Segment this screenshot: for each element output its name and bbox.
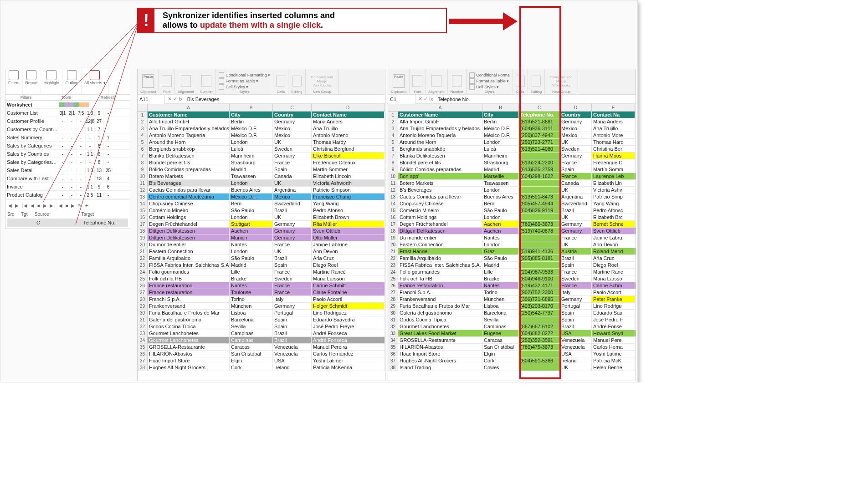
cell[interactable]: Marseille	[482, 173, 519, 179]
cell[interactable]: (613)521-4080	[519, 146, 560, 152]
table-header-cell[interactable]: Country	[560, 112, 592, 118]
cell[interactable]: (905)885-8181	[519, 255, 560, 261]
cell[interactable]: London	[482, 187, 519, 193]
cell[interactable]: Aria Cruz	[592, 255, 635, 261]
cell[interactable]: UK	[273, 139, 312, 145]
row-header[interactable]: 36	[388, 351, 398, 357]
row-header[interactable]: 22	[388, 255, 398, 261]
cell[interactable]: San Cristóbal	[482, 344, 519, 350]
cell[interactable]: Franchi S.p.A.	[148, 296, 230, 302]
style-menu-item[interactable]: Conditional Forma	[476, 73, 510, 77]
cell[interactable]: Germany	[273, 221, 312, 227]
cell[interactable]: Spain	[560, 316, 592, 323]
row-header[interactable]: 9	[388, 166, 398, 173]
col-header-B[interactable]: B	[230, 104, 273, 111]
cell[interactable]: (613)535-2759	[519, 166, 560, 173]
row-header[interactable]: 38	[138, 364, 148, 371]
row-header[interactable]: 13	[388, 193, 398, 200]
cell[interactable]: Galería del gastrónomo	[398, 310, 482, 316]
row-header[interactable]: 31	[138, 316, 148, 323]
cell[interactable]: France restauration	[398, 282, 482, 289]
cell[interactable]: Lino Rodrigu	[592, 303, 635, 309]
style-menu-item[interactable]: Format as Table ▾	[226, 79, 258, 83]
row-header[interactable]: 26	[138, 282, 148, 289]
cell[interactable]	[519, 262, 560, 268]
cell[interactable]: Spain	[560, 310, 592, 316]
cell[interactable]: Barcelona	[482, 310, 519, 316]
cell[interactable]: Frankenversand	[398, 296, 482, 302]
row-header[interactable]: 8	[138, 159, 148, 166]
cell[interactable]: London	[230, 139, 273, 145]
cell[interactable]: Spain	[273, 316, 312, 323]
cell[interactable]: Família Arquibaldo	[148, 255, 230, 261]
cell[interactable]: Laurence Leb	[592, 173, 635, 179]
cell[interactable]: Venezuela	[560, 344, 592, 350]
cell[interactable]: (250)723-2771	[519, 139, 560, 145]
row-header[interactable]: 19	[388, 234, 398, 241]
cell[interactable]: Alfa Import GmbH	[398, 118, 482, 125]
cell[interactable]: Thomas Hard	[592, 139, 635, 145]
cell[interactable]: France restauration	[148, 289, 230, 295]
src-tgt-row[interactable]: C Telephone No.	[7, 219, 128, 227]
cell[interactable]: Toulouse	[230, 289, 273, 295]
cell[interactable]: (204)987-9533	[519, 269, 560, 275]
cell[interactable]: Alfa Import GmbH	[148, 118, 230, 125]
col-header-A[interactable]: A	[398, 104, 482, 111]
cell[interactable]: Switzerland	[273, 200, 312, 207]
cell[interactable]: Janine Labrune	[312, 241, 385, 248]
panel-btn-report[interactable]: Report	[23, 69, 41, 95]
cell[interactable]: Campinas	[230, 337, 273, 343]
cell[interactable]: Argentina	[273, 187, 312, 193]
cell[interactable]: Elizabeth Brc	[592, 214, 635, 220]
cell[interactable]: Berglunds snabbköp	[398, 146, 482, 152]
cell[interactable]: Victoria Ashworth	[312, 180, 385, 186]
cell[interactable]: Luleå	[230, 146, 273, 152]
row-header[interactable]: 32	[388, 323, 398, 330]
row-header[interactable]: 7	[138, 153, 148, 159]
cell[interactable]: Bern	[230, 200, 273, 207]
cell[interactable]: GROSELLA-Restaurante	[148, 344, 230, 350]
cell[interactable]: Campinas	[482, 323, 519, 330]
cell[interactable]: Blanka Delikatessen	[398, 153, 482, 159]
cell[interactable]: France	[273, 282, 312, 289]
cell[interactable]: Yoshi Latimer	[312, 357, 385, 364]
name-box[interactable]: C1	[388, 95, 415, 104]
cell[interactable]: Brazil	[273, 207, 312, 214]
cell[interactable]: UK	[560, 187, 592, 193]
cell[interactable]: Du monde entier	[398, 234, 482, 241]
cell[interactable]: (250)837-4942	[519, 132, 560, 138]
col-header-B[interactable]: B	[482, 104, 519, 111]
cell[interactable]: UK	[273, 180, 312, 186]
cell[interactable]: Roland Mend	[592, 248, 635, 255]
cell[interactable]: Munich	[230, 234, 273, 241]
cell[interactable]: (780)475-3673	[519, 344, 560, 350]
number-button[interactable]	[201, 75, 211, 87]
cell[interactable]	[519, 351, 560, 357]
cell[interactable]: Graz	[482, 248, 519, 255]
cell[interactable]: Chop-suey Chinese	[398, 200, 482, 207]
row-header[interactable]: 8	[388, 159, 398, 166]
cell[interactable]: Luleå	[482, 146, 519, 152]
category-square[interactable]	[74, 102, 79, 107]
cell[interactable]: André Fonseca	[312, 330, 385, 336]
row-header[interactable]: 10	[388, 173, 398, 179]
cell[interactable]: Nantes	[230, 282, 273, 289]
row-header[interactable]: 4	[138, 132, 148, 138]
cell[interactable]: Manuel Pere	[592, 337, 635, 343]
col-header-C[interactable]: C	[519, 104, 560, 111]
row-header[interactable]: 30	[388, 310, 398, 316]
cell[interactable]: Berlin	[230, 118, 273, 125]
cell[interactable]: Carine Schm	[592, 282, 635, 289]
worksheet-row[interactable]: Compare with Last Month----134	[5, 174, 130, 183]
row-header[interactable]: 12	[138, 187, 148, 193]
cell[interactable]: Cork	[482, 357, 519, 364]
col-header-D[interactable]: D	[312, 104, 385, 111]
cell[interactable]: Gourmet Lanchonetes	[148, 337, 230, 343]
cell[interactable]: B's Beverages	[398, 187, 482, 193]
cell[interactable]: GROSELLA-Restaurante	[398, 337, 482, 343]
cell[interactable]: Germany	[273, 228, 312, 234]
cell[interactable]: Caracas	[482, 337, 519, 343]
cell[interactable]: Madrid	[482, 262, 519, 268]
cell[interactable]: Furia Bacalhau e Frutos do Mar	[398, 303, 482, 309]
cell[interactable]: Tsawassen	[230, 173, 273, 179]
